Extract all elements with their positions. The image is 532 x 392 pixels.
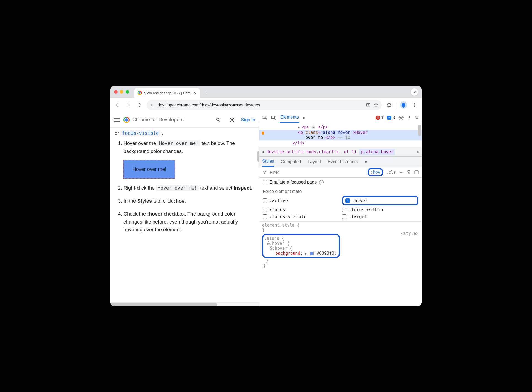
styles-subtabs: Styles Computed Layout Event Listeners » <box>259 157 422 167</box>
close-window-button[interactable] <box>114 90 118 94</box>
close-tab-icon[interactable]: ✕ <box>193 90 197 95</box>
crumb[interactable]: devsite-article-body.clearfix. <box>267 149 341 154</box>
step-3: In the Styles tab, click :hov. <box>123 197 255 205</box>
style-rules[interactable]: element.style { } <style> .aloha { &.hov… <box>259 222 422 271</box>
svg-point-5 <box>414 106 415 107</box>
back-button[interactable] <box>112 100 122 110</box>
title-bar: View and change CSS | Chro ✕ ＋ <box>110 86 422 98</box>
page-content: Chrome for Developers Sign in or focus-v… <box>110 112 259 306</box>
new-tab-button[interactable]: ＋ <box>202 89 210 96</box>
info-icon: ≡ <box>387 116 391 120</box>
aloha-rule-highlight: .aloha { &.hover { &:hover { background:… <box>262 234 340 258</box>
svg-rect-0 <box>151 104 152 104</box>
device-toolbar-icon[interactable] <box>271 115 276 120</box>
browser-tab[interactable]: View and change CSS | Chro ✕ <box>134 88 200 98</box>
force-element-state-section: Force element state :active ✓:hover :foc… <box>259 187 422 222</box>
expand-ellipsis-icon[interactable]: ⋯ <box>311 125 315 129</box>
hover-over-me-box[interactable]: Hover over me! <box>123 160 175 179</box>
svg-rect-16 <box>415 171 418 174</box>
new-style-rule-icon[interactable]: ＋ <box>399 169 404 176</box>
dom-line-selected[interactable]: <p class="aloha hover">Hover over me!</p… <box>259 130 422 140</box>
cls-button[interactable]: .cls <box>386 170 396 175</box>
bookmark-star-icon[interactable] <box>374 103 378 108</box>
dom-tree[interactable]: ▶ <p> ⋯ </p> <p class="aloha hover">Hove… <box>259 123 422 147</box>
hov-button[interactable]: :hov <box>368 168 383 176</box>
emulate-focused-checkbox[interactable]: Emulate a focused page ? <box>263 180 418 185</box>
svg-point-12 <box>409 116 410 117</box>
crumb[interactable]: ol <box>344 149 349 154</box>
more-tabs-icon[interactable]: » <box>303 114 306 121</box>
profile-button[interactable] <box>399 100 409 110</box>
errors-indicator[interactable]: ✕ 1 <box>376 115 384 120</box>
crumb-right-icon[interactable]: ▶ <box>417 150 420 154</box>
expand-icon[interactable]: ▶ <box>305 252 307 256</box>
color-swatch-icon[interactable] <box>310 252 314 255</box>
crumb[interactable]: li <box>352 149 357 154</box>
error-icon: ✕ <box>376 116 380 120</box>
address-bar[interactable]: developer.chrome.com/docs/devtools/css#p… <box>147 100 382 110</box>
inspect-element-icon[interactable] <box>262 115 268 120</box>
crumb-left-icon[interactable]: ◀ <box>262 150 264 154</box>
dom-breadcrumb[interactable]: ◀ devsite-article-body.clearfix. ol li p… <box>259 147 422 157</box>
rule-source-link[interactable]: <style> <box>401 231 418 236</box>
code-hover-over-me-1: Hover over me! <box>157 140 200 146</box>
devtools-vertical-scrollbar[interactable] <box>418 125 421 136</box>
crumb-selected[interactable]: p.aloha.hover <box>359 149 395 155</box>
reload-button[interactable] <box>135 100 144 110</box>
state-active[interactable]: :active <box>263 196 339 205</box>
kebab-icon <box>407 116 412 120</box>
svg-rect-9 <box>272 116 275 118</box>
tab-styles[interactable]: Styles <box>262 157 274 167</box>
filter-icon <box>262 170 267 174</box>
svg-point-4 <box>414 104 415 105</box>
state-focus[interactable]: :focus <box>263 207 339 212</box>
code-hover-over-me-2: Hover over me! <box>156 185 199 191</box>
tab-layout[interactable]: Layout <box>308 159 321 164</box>
chrome-menu-button[interactable] <box>410 100 420 110</box>
svg-point-14 <box>409 119 410 119</box>
state-focus-within[interactable]: :focus-within <box>342 207 419 212</box>
elements-tab[interactable]: Elements <box>280 112 299 123</box>
search-button[interactable] <box>213 115 223 125</box>
force-element-state-title: Force element state <box>263 189 418 194</box>
vertical-scrollbar[interactable] <box>257 151 259 162</box>
brand[interactable]: Chrome for Developers <box>123 117 184 123</box>
forward-button[interactable] <box>123 100 133 110</box>
dom-line[interactable]: ▶ <p> ⋯ </p> <box>259 124 422 130</box>
dom-line[interactable]: </li> <box>259 140 422 146</box>
site-settings-icon[interactable] <box>150 103 155 108</box>
chrome-favicon-icon <box>138 91 142 95</box>
theme-toggle-button[interactable] <box>227 115 237 125</box>
code-focus-visible: focus-visible <box>120 130 160 136</box>
filter-input[interactable] <box>269 170 365 175</box>
sun-icon <box>229 117 235 123</box>
state-target[interactable]: :target <box>342 214 419 219</box>
tab-search-button[interactable] <box>411 88 418 96</box>
more-subtabs-icon[interactable]: » <box>365 159 368 165</box>
devtools-menu-icon[interactable] <box>407 116 412 120</box>
horizontal-scrollbar[interactable] <box>110 302 259 306</box>
checkbox-icon <box>263 180 267 184</box>
messages-indicator[interactable]: ≡ 3 <box>387 115 395 120</box>
svg-point-13 <box>409 117 410 118</box>
state-hover[interactable]: ✓:hover <box>342 196 419 205</box>
maximize-window-button[interactable] <box>126 90 129 94</box>
tab-event-listeners[interactable]: Event Listeners <box>327 159 358 164</box>
profile-avatar-icon <box>400 101 407 109</box>
computed-styles-icon[interactable] <box>406 170 411 175</box>
toggle-sidebar-icon[interactable] <box>414 170 419 175</box>
tab-computed[interactable]: Computed <box>281 159 301 164</box>
page-header: Chrome for Developers Sign in <box>110 112 259 128</box>
settings-icon[interactable] <box>398 115 404 120</box>
extensions-button[interactable] <box>384 100 394 110</box>
gear-icon <box>398 115 404 120</box>
devtools-close-icon[interactable]: ✕ <box>415 115 419 121</box>
help-icon[interactable]: ? <box>319 180 324 184</box>
svg-rect-10 <box>275 117 276 119</box>
minimize-window-button[interactable] <box>120 90 123 94</box>
state-focus-visible[interactable]: :focus-visible <box>263 214 339 219</box>
install-app-icon[interactable] <box>366 103 371 108</box>
hamburger-menu-button[interactable] <box>114 118 120 122</box>
url-text: developer.chrome.com/docs/devtools/css#p… <box>158 103 363 107</box>
sign-in-link[interactable]: Sign in <box>241 117 255 123</box>
